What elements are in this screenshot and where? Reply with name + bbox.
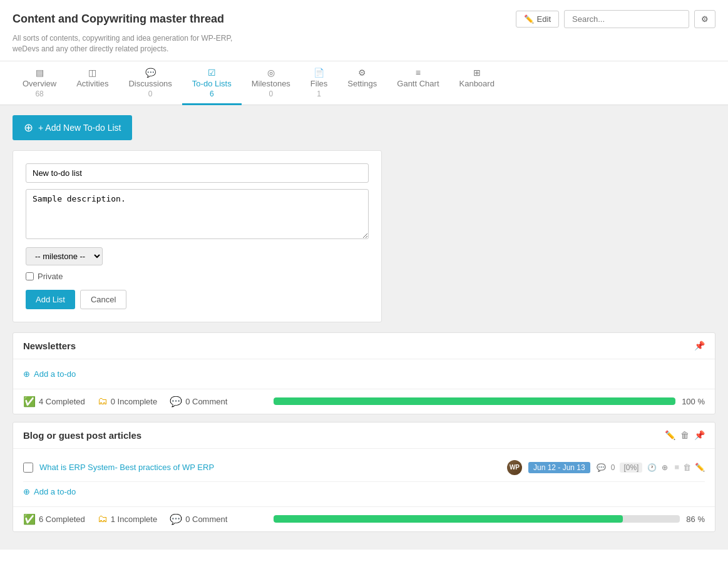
blog-add-todo[interactable]: ⊕ Add a to-do (23, 482, 705, 501)
todolist-icon: ☑ (208, 68, 216, 78)
newsletters-title: Newsletters (23, 341, 76, 351)
blog-pin-icon[interactable]: 📌 (694, 430, 705, 440)
tab-overview[interactable]: ▤ Overview 68 (13, 61, 66, 105)
overview-icon: ▤ (36, 68, 44, 78)
gear-icon: ⚙ (701, 14, 709, 24)
tab-activities[interactable]: ◫ Activities (66, 61, 118, 105)
newsletters-progress: 100 % (261, 397, 705, 406)
blog-progress-bar (274, 515, 680, 523)
incomplete-icon: 🗂 (98, 513, 108, 525)
main-content: ⊕ + Add New To-do List Sample descriptio… (0, 105, 728, 550)
newsletters-progress-fill (274, 397, 675, 405)
blog-incomplete-stat: 🗂 1 Incomplete (98, 513, 157, 525)
list-icon[interactable]: ≡ (674, 463, 679, 472)
search-input[interactable] (564, 10, 689, 28)
blog-actions: ✏️ 🗑 📌 (665, 430, 705, 440)
edit-icon[interactable]: ✏️ (695, 463, 705, 472)
newsletters-items: ⊕ Add a to-do (13, 359, 715, 389)
kanboard-icon: ⊞ (473, 68, 481, 78)
delete-icon[interactable]: 🗑 (683, 463, 691, 472)
avatar: WP (507, 460, 522, 475)
add-circle-icon: ⊕ (23, 369, 30, 379)
page-title: Content and Copywriting master thread (13, 13, 224, 26)
blog-delete-icon[interactable]: 🗑 (680, 430, 689, 440)
plus-circle-icon: ⊕ (24, 121, 33, 135)
add-new-todo-list-button[interactable]: ⊕ + Add New To-do List (13, 115, 132, 140)
milestones-icon: ◎ (267, 68, 275, 78)
todo-section-blog: Blog or guest post articles ✏️ 🗑 📌 What … (13, 422, 715, 532)
todo-item-link[interactable]: What is ERP System- Best practices of WP… (39, 463, 214, 472)
pencil-icon: ✏️ (524, 14, 534, 24)
tab-settings[interactable]: ⚙ Settings (337, 61, 387, 105)
header-description: All sorts of contents, copywriting and i… (13, 33, 715, 54)
table-row: What is ERP System- Best practices of WP… (23, 454, 705, 482)
todo-item-title: What is ERP System- Best practices of WP… (39, 463, 501, 472)
blog-header: Blog or guest post articles ✏️ 🗑 📌 (13, 423, 715, 449)
tab-files[interactable]: 📄 Files 1 (300, 61, 337, 105)
new-todo-list-form: Sample description. -- milestone -- Priv… (13, 150, 382, 322)
comment-count-icon: 💬 (597, 463, 606, 472)
blog-progress-fill (274, 515, 623, 523)
header-right: ✏️ Edit ⚙ (516, 10, 715, 28)
incomplete-icon: 🗂 (98, 396, 108, 407)
blog-edit-icon[interactable]: ✏️ (665, 430, 675, 440)
newsletters-stats: ✅ 4 Completed 🗂 0 Incomplete 💬 0 Comment (23, 396, 261, 407)
newsletters-comment-stat: 💬 0 Comment (170, 396, 227, 407)
clock-icon[interactable]: 🕐 (647, 463, 657, 472)
private-checkbox[interactable] (26, 272, 34, 280)
newsletters-footer: ✅ 4 Completed 🗂 0 Incomplete 💬 0 Comment (13, 389, 715, 414)
private-label: Private (38, 272, 63, 281)
discussions-icon: 💬 (145, 68, 156, 78)
activities-icon: ◫ (88, 68, 96, 78)
todo-section-newsletters: Newsletters 📌 ⊕ Add a to-do ✅ 4 Complete… (13, 332, 715, 414)
blog-comment-stat: 💬 0 Comment (170, 513, 227, 525)
todo-list-title-input[interactable] (26, 163, 369, 183)
blog-stats: ✅ 6 Completed 🗂 1 Incomplete 💬 0 Comment (23, 513, 261, 525)
blog-items: What is ERP System- Best practices of WP… (13, 449, 715, 506)
newsletters-incomplete-stat: 🗂 0 Incomplete (98, 396, 157, 407)
app-container: Content and Copywriting master thread ✏️… (0, 0, 728, 579)
header: Content and Copywriting master thread ✏️… (0, 0, 728, 61)
blog-title: Blog or guest post articles (23, 430, 141, 441)
newsletters-progress-bar (274, 397, 675, 405)
tab-gantt[interactable]: ≡ Gantt Chart (387, 61, 449, 105)
cancel-button[interactable]: Cancel (80, 290, 126, 309)
blog-progress-pct: 86 % (686, 515, 705, 524)
tab-kanboard[interactable]: ⊞ Kanboard (449, 61, 505, 105)
blog-footer: ✅ 6 Completed 🗂 1 Incomplete 💬 0 Comment (13, 506, 715, 531)
newsletters-header: Newsletters 📌 (13, 333, 715, 359)
newsletters-pin-icon[interactable]: 📌 (694, 341, 705, 351)
newsletters-progress-pct: 100 % (682, 397, 705, 406)
todo-item-actions: ≡ 🗑 ✏️ (674, 463, 705, 472)
todo-item-date: Jun 12 - Jun 13 (528, 462, 590, 473)
todo-item-checkbox[interactable] (23, 463, 33, 473)
add-circle-icon: ⊕ (23, 487, 30, 496)
todo-item-meta: 💬 0 [0%] 🕐 ⊕ (597, 463, 669, 473)
plus-icon[interactable]: ⊕ (662, 463, 668, 472)
newsletters-completed-stat: ✅ 4 Completed (23, 396, 85, 407)
files-icon: 📄 (314, 68, 324, 78)
check-circle-icon: ✅ (23, 513, 36, 525)
tabs-bar: ▤ Overview 68 ◫ Activities 💬 Discussions… (0, 61, 728, 105)
check-circle-icon: ✅ (23, 396, 36, 407)
add-list-button[interactable]: Add List (26, 290, 75, 309)
edit-button[interactable]: ✏️ Edit (516, 11, 559, 28)
todo-list-description-input[interactable]: Sample description. (26, 189, 369, 239)
blog-progress: 86 % (261, 515, 705, 524)
settings-icon: ⚙ (358, 68, 366, 78)
tab-todo-lists[interactable]: ☑ To-do Lists 6 (182, 61, 242, 105)
newsletters-actions: 📌 (694, 341, 705, 351)
form-actions: Add List Cancel (26, 290, 369, 309)
comment-count: 0 (611, 463, 615, 472)
newsletters-add-todo[interactable]: ⊕ Add a to-do (23, 364, 705, 384)
tab-milestones[interactable]: ◎ Milestones 0 (242, 61, 300, 105)
tab-discussions[interactable]: 💬 Discussions 0 (118, 61, 182, 105)
progress-badge: [0%] (620, 463, 642, 473)
comment-icon: 💬 (170, 396, 182, 407)
settings-gear-button[interactable]: ⚙ (694, 10, 715, 28)
gantt-icon: ≡ (416, 68, 421, 78)
milestone-select[interactable]: -- milestone -- (26, 247, 103, 265)
blog-completed-stat: ✅ 6 Completed (23, 513, 85, 525)
comment-icon: 💬 (170, 513, 182, 525)
